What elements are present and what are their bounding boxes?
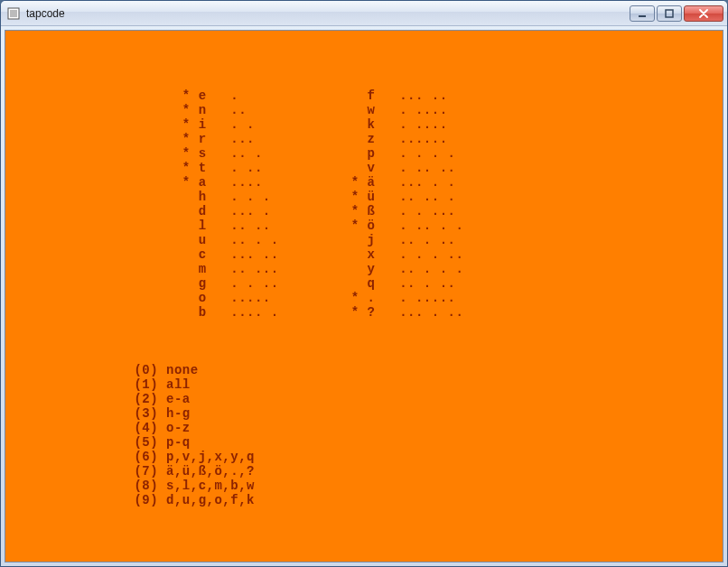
svg-rect-3 (666, 10, 673, 17)
svg-rect-2 (639, 15, 646, 17)
maximize-button[interactable] (657, 5, 682, 22)
svg-rect-1 (10, 10, 17, 17)
window-controls (630, 5, 723, 22)
app-window: tapcode * e . f ... .. * n .. (0, 0, 728, 567)
app-icon (6, 6, 21, 21)
window-title: tapcode (26, 7, 630, 20)
terminal-area[interactable]: * e . f ... .. * n .. w . .... * i . . k… (5, 30, 723, 562)
close-button[interactable] (684, 5, 723, 22)
terminal-output: * e . f ... .. * n .. w . .... * i . . k… (5, 31, 463, 507)
minimize-button[interactable] (630, 5, 655, 22)
titlebar[interactable]: tapcode (1, 1, 727, 26)
